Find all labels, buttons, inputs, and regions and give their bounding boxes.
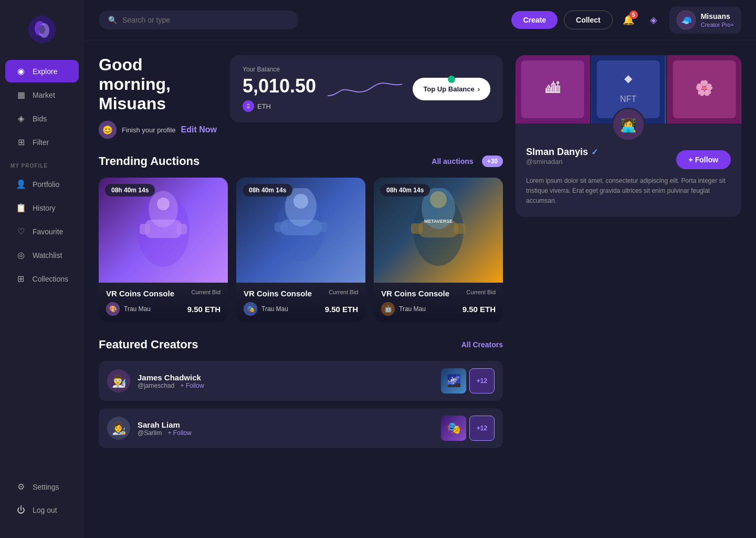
sidebar-item-explore[interactable]: ◉ Explore — [5, 60, 79, 82]
create-button[interactable]: Create — [511, 11, 558, 29]
auction-name-row: VR Coins Console Current Bid — [106, 289, 220, 298]
featured-handle: @sminadan — [526, 158, 598, 165]
auctions-section-header: Trending Auctions All auctions +30 — [99, 154, 503, 168]
svg-point-3 — [39, 25, 45, 34]
creator-info: 🤖 Trau Mau — [381, 302, 426, 316]
creator-name: Trau Mau — [124, 305, 151, 313]
balance-currency: ETH — [257, 102, 271, 110]
sidebar-item-portfolio-label: Portfolio — [33, 180, 59, 189]
sidebar-item-bids-label: Bids — [33, 115, 47, 123]
svg-text:🌸: 🌸 — [695, 79, 713, 97]
featured-description: Lorem ipsum dolor sit amet, consectetur … — [526, 176, 731, 206]
creator-info: 🎨 Trau Mau — [106, 302, 151, 316]
sidebar-item-collections-label: Collections — [33, 275, 68, 283]
auctions-header-right: All auctions +30 — [432, 156, 503, 167]
creator-handle: @jameschad + Follow — [138, 382, 434, 389]
auction-card[interactable]: METAVERSE 08h 40m 14s VR Coins Console C… — [374, 178, 503, 322]
auction-card[interactable]: 08h 40m 14s VR Coins Console Current Bid… — [99, 178, 228, 322]
creator-avatar: 🎭 — [244, 302, 257, 316]
sidebar-item-portfolio[interactable]: 👤 Portfolio — [5, 173, 79, 195]
auction-image: 08h 40m 14s — [99, 178, 228, 283]
profile-avatar-small: 😊 — [99, 121, 117, 139]
sidebar-item-bids[interactable]: ◈ Bids — [5, 107, 79, 130]
sidebar-item-settings[interactable]: ⚙ Settings — [5, 475, 79, 498]
header: 🔍 Create Collect 🔔 5 ◈ 🧢 Misuans Creator… — [84, 0, 756, 40]
sidebar-item-history-label: History — [33, 204, 56, 212]
user-profile[interactable]: 🧢 Misuans Creator Pro+ — [669, 6, 741, 34]
auctions-count-badge: +30 — [482, 156, 503, 167]
sidebar-item-history[interactable]: 📋 History — [5, 196, 79, 219]
creator-nfts: 🎭 +12 — [441, 416, 495, 441]
user-role: Creator Pro+ — [701, 21, 734, 28]
auction-price: 9.50 ETH — [325, 305, 358, 314]
svg-text:😊: 😊 — [102, 125, 113, 135]
follow-link[interactable]: + Follow — [168, 429, 192, 437]
auction-card[interactable]: 08h 40m 14s VR Coins Console Current Bid… — [236, 178, 365, 322]
sidebar-item-watchlist-label: Watchlist — [33, 251, 62, 260]
greeting-title: Good morning, Misuans — [99, 55, 217, 113]
topup-button[interactable]: Top Up Balance › — [413, 78, 490, 100]
avatar: 🧢 — [677, 11, 696, 29]
creator-info: 🎭 Trau Mau — [244, 302, 288, 316]
creator-card[interactable]: 👨‍🔬 James Chadwick @jameschad + Follow 🌌 — [99, 361, 503, 401]
sidebar: ◉ Explore ▦ Market ◈ Bids ⊞ Filter MY PR… — [0, 0, 84, 538]
filter-icon: ⊞ — [16, 137, 26, 147]
collections-icon: ⊞ — [16, 274, 26, 284]
sidebar-item-collections[interactable]: ⊞ Collections — [5, 267, 79, 290]
svg-text:NFT: NFT — [620, 95, 636, 104]
featured-avatar: 👩‍💻 — [612, 108, 645, 141]
svg-text:METAVERSE: METAVERSE — [424, 219, 453, 224]
sidebar-bottom: ⚙ Settings ⏻ Log out — [0, 469, 84, 527]
all-auctions-link[interactable]: All auctions — [432, 157, 473, 165]
content-area: Good morning, Misuans 😊 Finish your prof… — [84, 40, 756, 538]
svg-text:◆: ◆ — [624, 73, 633, 84]
auction-name: VR Coins Console — [244, 289, 312, 298]
balance-info: Your Balance 5,010.50 Ξ ETH — [243, 66, 317, 112]
svg-rect-11 — [176, 224, 187, 234]
auction-image: 08h 40m 14s — [236, 178, 365, 283]
creators-section-header: Featured Creators All Creators — [99, 338, 503, 351]
auction-price: 9.50 ETH — [463, 305, 496, 314]
svg-rect-27 — [411, 223, 423, 234]
follow-link[interactable]: + Follow — [181, 382, 204, 389]
svg-text:🎨: 🎨 — [109, 305, 117, 313]
sidebar-item-watchlist[interactable]: ◎ Watchlist — [5, 244, 79, 266]
follow-button[interactable]: + Follow — [676, 150, 731, 169]
auction-creator-row: 🤖 Trau Mau 9.50 ETH — [381, 302, 496, 316]
creator-avatar-large: 👩‍🎨 — [107, 417, 130, 440]
svg-point-29 — [430, 191, 447, 208]
sidebar-item-logout[interactable]: ⏻ Log out — [5, 499, 79, 521]
svg-rect-10 — [140, 224, 150, 234]
logout-icon: ⏻ — [16, 505, 26, 515]
auction-bid-label: Current Bid — [329, 289, 358, 295]
creator-card[interactable]: 👩‍🎨 Sarah Liam @Sarlim + Follow 🎭 + — [99, 408, 503, 448]
nft-more-count: +12 — [469, 368, 495, 394]
favourite-icon: ♡ — [16, 226, 26, 236]
edit-now-link[interactable]: Edit Now — [181, 125, 217, 134]
sidebar-item-favourite[interactable]: ♡ Favourite — [5, 220, 79, 243]
user-name: Misuans — [701, 12, 734, 21]
top-section: Good morning, Misuans 😊 Finish your prof… — [99, 55, 503, 139]
search-input[interactable] — [122, 16, 289, 24]
search-bar[interactable]: 🔍 — [99, 11, 298, 29]
creator-name: James Chadwick — [138, 373, 434, 382]
creator-nfts: 🌌 +12 — [441, 368, 495, 394]
theme-icon[interactable]: ◈ — [644, 11, 663, 29]
svg-rect-19 — [275, 222, 288, 232]
all-creators-link[interactable]: All Creators — [461, 340, 503, 349]
sidebar-item-market-label: Market — [33, 91, 55, 99]
sidebar-item-market[interactable]: ▦ Market — [5, 84, 79, 106]
sidebar-item-favourite-label: Favourite — [33, 227, 63, 236]
auctions-title: Trending Auctions — [99, 154, 200, 168]
watchlist-icon: ◎ — [16, 250, 26, 260]
collect-button[interactable]: Collect — [564, 11, 613, 29]
header-actions: Create Collect 🔔 5 ◈ 🧢 Misuans Creator P… — [511, 6, 741, 34]
notification-icon[interactable]: 🔔 5 — [619, 11, 638, 29]
svg-rect-28 — [454, 223, 466, 234]
nft-thumb: 🌌 — [441, 368, 466, 394]
creator-name: Trau Mau — [399, 305, 426, 313]
sidebar-item-filter[interactable]: ⊞ Filter — [5, 131, 79, 153]
nft-thumb-image: 🌌 — [441, 368, 466, 394]
creator-name: Sarah Liam — [138, 420, 434, 429]
topup-dot — [448, 76, 455, 83]
